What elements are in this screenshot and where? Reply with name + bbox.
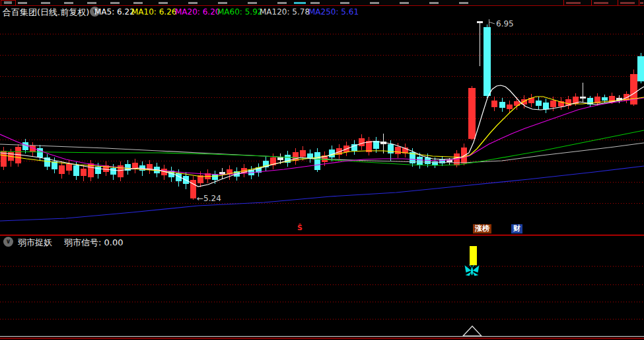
menu-item-stub — [188, 2, 197, 4]
menu-separator — [563, 0, 564, 5]
high-price-annotation: 6.95 — [496, 19, 514, 28]
ma120-value: MA120: 5.78 — [260, 7, 310, 17]
menu-item-stub — [110, 2, 120, 4]
menu-item-stub — [370, 2, 379, 4]
menu-item-stub — [18, 2, 27, 4]
tdx-app-window: 合百集团(日线.前复权) ∨ MA5: 6.22 MA10: 6.26 MA20… — [0, 0, 644, 340]
menu-item-stub — [340, 2, 349, 4]
chart-header: 合百集团(日线.前复权) ∨ MA5: 6.22 MA10: 6.26 MA20… — [0, 6, 644, 18]
menu-item-stub — [429, 2, 439, 4]
dividend-event-marker-icon: Ŝ — [297, 224, 303, 232]
low-price-annotation: ←5.24 — [197, 194, 221, 203]
menu-item-stub — [459, 2, 468, 4]
ma10-value: MA10: 6.26 — [131, 7, 176, 17]
menu-item-stub — [277, 2, 287, 4]
ma5-value: MA5: 6.22 — [94, 7, 135, 17]
logo-icon — [4, 1, 12, 4]
candlestick-chart[interactable] — [0, 0, 644, 340]
menu-item-stub — [159, 2, 168, 4]
menu-item-stub — [594, 2, 608, 4]
menu-separator — [591, 0, 592, 5]
menu-item-stub — [41, 2, 50, 4]
menu-separator — [618, 0, 618, 5]
ma60-value: MA60: 5.92 — [217, 7, 262, 17]
indicator-signal-value: 弱市信号: 0.00 — [64, 237, 123, 249]
top-menu-strip[interactable] — [0, 0, 644, 6]
menu-item-stub — [400, 2, 409, 4]
zhangbang-badge[interactable]: 涨榜 — [473, 224, 491, 234]
indicator-name[interactable]: 弱市捉妖 — [18, 237, 52, 249]
menu-separator — [639, 0, 639, 5]
menu-item-stub — [248, 2, 257, 4]
menu-item-stub — [620, 2, 635, 4]
menu-item-stub — [640, 2, 643, 4]
ma20-value: MA20: 6.20 — [175, 7, 220, 17]
cai-badge[interactable]: 财 — [511, 224, 522, 234]
indicator-header: ∨ 弱市捉妖 弱市信号: 0.00 — [0, 235, 264, 247]
menu-item-stub — [133, 2, 143, 4]
menu-item-stub — [310, 2, 320, 4]
chevron-down-icon[interactable]: ∨ — [3, 237, 13, 247]
menu-item-stub — [218, 2, 227, 4]
menu-logo-box[interactable] — [1, 0, 16, 6]
stock-title: 合百集团(日线.前复权) — [3, 7, 89, 19]
menu-item-stub — [566, 2, 581, 4]
menu-item-stub — [294, 2, 306, 4]
ma250-value: MA250: 5.61 — [308, 7, 359, 17]
menu-item-stub — [87, 2, 96, 4]
menu-item-stub — [64, 2, 73, 4]
